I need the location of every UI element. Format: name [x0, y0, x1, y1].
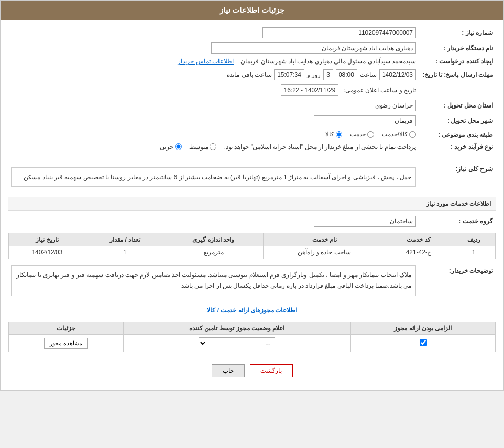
description-value: حمل ، پخش ، فیزیاشی و اجرای آسفالت به مت… [11, 167, 416, 187]
divider1 [8, 157, 496, 157]
deadline-time: 08:00 [336, 69, 357, 80]
description-row: شرح کلی نیاز: حمل ، پخش ، فیزیاشی و اجرا… [8, 161, 496, 193]
creator-value: سیدمحمد سیدآبادی مسئول مالی دهیاری هدایت… [8, 56, 419, 67]
category-row: طبقه بندی موضوعی : کالا/خدمت خدمت کالا [8, 129, 496, 141]
buyer-notes-label: توضیحات خریدار: [419, 263, 496, 298]
cell-code: ج-42-421 [385, 246, 452, 259]
main-content: شماره نیاز : 1102097447000007 نام دستگاه… [1, 20, 503, 390]
time-label: ساعت [360, 71, 377, 78]
cell-name: ساخت جاده و راه‌آهن [264, 246, 385, 259]
col-code: کد خدمت [385, 233, 452, 246]
process-row: نوع فرآیند خرید : پرداخت تمام یا بخشی از… [8, 141, 496, 153]
creator-row: ایجاد کننده درخواست : سیدمحمد سیدآبادی م… [8, 56, 496, 67]
permits-section: اطلاعات مجوزهای ارائه خدمت / کالا الزامی… [8, 304, 496, 352]
service-group-row: گروه خدمت : ساختمان [8, 214, 496, 229]
required-checkbox[interactable] [420, 339, 427, 346]
cell-details: مشاهده مجوز [9, 335, 124, 352]
back-button[interactable]: بازگشت [250, 364, 293, 377]
category-radio-kala-khedmat[interactable] [409, 131, 416, 138]
page-header: جزئیات اطلاعات نیاز [1, 1, 503, 20]
permits-table-head: الزامی بودن ارائه مجوز اعلام وضعیت مجوز … [9, 322, 496, 335]
deadline-label: مهلت ارسال پاسخ: تا تاریخ: [419, 67, 496, 82]
deadline-date: 1402/12/03 [379, 69, 416, 80]
permits-table: الزامی بودن ارائه مجوز اعلام وضعیت مجوز … [8, 322, 496, 352]
cell-unit: مترمربع [164, 246, 263, 259]
table-row: -- مشاهده مجوز [9, 335, 496, 352]
buyer-notes-table: توضیحات خریدار: ملاک انتخاب بیمانکار مهر… [8, 263, 496, 298]
view-permit-button[interactable]: مشاهده مجوز [44, 338, 88, 349]
province-value: خراسان رضوی [8, 98, 419, 113]
print-button[interactable]: چاپ [212, 364, 245, 377]
announcement-label: تاریخ و ساعت اعلان عمومی: [343, 87, 416, 94]
category-label: طبقه بندی موضوعی : [419, 129, 496, 141]
buyer-org-label: نام دستگاه خریدار : [419, 40, 496, 56]
permits-header-row: الزامی بودن ارائه مجوز اعلام وضعیت مجوز … [9, 322, 496, 335]
city-row: شهر محل تحویل : فریمان [8, 113, 496, 129]
city-label: شهر محل تحویل : [419, 113, 496, 129]
buyer-org-value: دهیاری هدایت اباد شهرستان فریمان [8, 40, 419, 56]
table-row: 1 ج-42-421 ساخت جاده و راه‌آهن مترمربع 1… [9, 246, 496, 259]
category-option-khedmat: خدمت [350, 131, 374, 138]
cell-required [350, 335, 495, 352]
service-group-value: ساختمان [314, 216, 416, 227]
description-label: شرح کلی نیاز: [419, 161, 496, 193]
process-note: پرداخت تمام یا بخشی از مبلغ خریدار از مح… [224, 143, 416, 151]
need-number-label: شماره نیاز : [419, 25, 496, 40]
need-number-row: شماره نیاز : 1102097447000007 [8, 25, 496, 40]
service-group-label: گروه خدمت : [419, 214, 496, 229]
cell-row: 1 [452, 246, 496, 259]
col-required: الزامی بودن ارائه مجوز [350, 322, 495, 335]
remaining-label: ساعت باقی مانده [227, 71, 272, 78]
buyer-org-display: دهیاری هدایت اباد شهرستان فریمان [211, 42, 416, 54]
col-status: اعلام وضعیت مجوز توسط تامین کننده [123, 322, 350, 335]
status-dropdown[interactable]: -- [199, 337, 275, 349]
process-radio-jozii[interactable] [175, 143, 182, 150]
creator-label: ایجاد کننده درخواست : [419, 56, 496, 67]
cell-qty: 1 [86, 246, 164, 259]
days-label: روز و [307, 71, 321, 78]
deadline-row: مهلت ارسال پاسخ: تا تاریخ: 1402/12/03 سا… [8, 67, 496, 82]
creator-display: سیدمحمد سیدآبادی مسئول مالی دهیاری هدایت… [240, 58, 416, 65]
col-name: نام خدمت [264, 233, 385, 246]
deadline-value: 1402/12/03 ساعت 08:00 3 روز و 15:07:34 س… [8, 67, 419, 82]
services-table-body: 1 ج-42-421 ساخت جاده و راه‌آهن مترمربع 1… [9, 246, 496, 259]
action-buttons: بازگشت چاپ [8, 356, 496, 385]
page-wrapper: جزئیات اطلاعات نیاز شماره نیاز : 1102097… [0, 0, 504, 391]
contact-link[interactable]: اطلاعات تماس خریدار [178, 58, 234, 65]
remaining-time: 15:07:34 [274, 69, 304, 80]
province-display: خراسان رضوی [314, 100, 416, 111]
need-number-display: 1102097447000007 [262, 27, 416, 38]
province-label: استان محل تحویل : [419, 98, 496, 113]
process-options: پرداخت تمام یا بخشی از مبلغ خریدار از مح… [8, 141, 419, 153]
col-unit: واحد اندازه گیری [164, 233, 263, 246]
services-title: اطلاعات خدمات مورد نیاز [8, 197, 496, 211]
col-row: ردیف [452, 233, 496, 246]
permits-table-body: -- مشاهده مجوز [9, 335, 496, 352]
category-radio-group: کالا/خدمت خدمت کالا [325, 131, 416, 138]
service-group-table: گروه خدمت : ساختمان [8, 214, 496, 229]
process-radio-motawaset[interactable] [210, 143, 216, 150]
buyer-org-row: نام دستگاه خریدار : دهیاری هدایت اباد شه… [8, 40, 496, 56]
col-date: تاریخ نیاز [9, 233, 86, 246]
city-display: فریمان [314, 115, 416, 126]
process-label: نوع فرآیند خرید : [419, 141, 496, 153]
deadline-days: 3 [323, 69, 333, 80]
announcement-value: 1402/11/29 - 16:22 [281, 84, 339, 96]
category-option-kala-khedmat: کالا/خدمت [382, 131, 416, 138]
services-table-head: ردیف کد خدمت نام خدمت واحد اندازه گیری ت… [9, 233, 496, 246]
cell-date: 1402/12/03 [9, 246, 86, 259]
buyer-notes-row: توضیحات خریدار: ملاک انتخاب بیمانکار مهر… [8, 263, 496, 298]
info-table: شماره نیاز : 1102097447000007 نام دستگاه… [8, 25, 496, 153]
province-row: استان محل تحویل : خراسان رضوی [8, 98, 496, 113]
col-details: جزئیات [9, 322, 124, 335]
page-title: جزئیات اطلاعات نیاز [220, 6, 284, 14]
category-radio-kala[interactable] [336, 131, 342, 138]
description-table: شرح کلی نیاز: حمل ، پخش ، فیزیاشی و اجرا… [8, 161, 496, 193]
city-value: فریمان [8, 113, 419, 129]
services-header-row: ردیف کد خدمت نام خدمت واحد اندازه گیری ت… [9, 233, 496, 246]
process-option-jozii: جزیی [160, 143, 182, 151]
category-radio-khedmat[interactable] [367, 131, 374, 138]
process-option-motawaset: متوسط [189, 143, 216, 151]
buyer-notes-value: ملاک انتخاب بیمانکار مهر و امضا ، تکمیل … [11, 265, 416, 296]
cell-status: -- [123, 335, 350, 352]
